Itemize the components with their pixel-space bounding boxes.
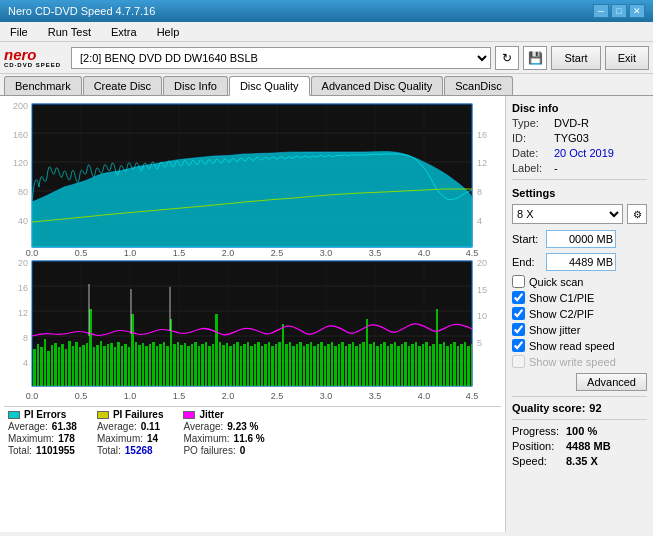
svg-rect-159 (404, 342, 407, 386)
settings-icon-button[interactable]: ⚙ (627, 204, 647, 224)
tab-benchmark[interactable]: Benchmark (4, 76, 82, 95)
quality-score-value: 92 (589, 402, 601, 414)
save-button[interactable]: 💾 (523, 46, 547, 70)
svg-text:20: 20 (18, 259, 28, 268)
show-read-speed-checkbox[interactable] (512, 339, 525, 352)
svg-rect-155 (390, 344, 393, 386)
svg-rect-109 (229, 346, 232, 386)
svg-rect-140 (338, 344, 340, 386)
svg-rect-119 (264, 344, 267, 386)
advanced-button[interactable]: Advanced (576, 373, 647, 391)
svg-rect-116 (254, 344, 256, 386)
svg-rect-133 (313, 346, 316, 386)
side-panel: Disc info Type: DVD-R ID: TYG03 Date: 20… (505, 96, 653, 532)
svg-rect-135 (320, 342, 323, 386)
svg-rect-136 (324, 346, 326, 386)
svg-rect-95 (180, 345, 183, 386)
show-c1-pie-row: Show C1/PIE (512, 291, 647, 304)
show-jitter-checkbox[interactable] (512, 323, 525, 336)
pi-errors-color (8, 411, 20, 419)
start-field-row: Start: (512, 230, 647, 248)
title-bar-text: Nero CD-DVD Speed 4.7.7.16 (8, 5, 155, 17)
tab-create-disc[interactable]: Create Disc (83, 76, 162, 95)
svg-rect-98 (191, 344, 193, 386)
disc-type-row: Type: DVD-R (512, 117, 647, 129)
svg-rect-108 (226, 343, 228, 386)
jitter-color (183, 411, 195, 419)
svg-rect-104 (212, 344, 214, 386)
quick-scan-checkbox[interactable] (512, 275, 525, 288)
speed-label: Speed: (512, 455, 562, 467)
menu-file[interactable]: File (4, 24, 34, 40)
svg-rect-121 (271, 346, 274, 386)
pi-failures-max-row: Maximum: 14 (97, 433, 164, 444)
svg-rect-64 (72, 346, 74, 386)
tab-scandisc[interactable]: ScanDisc (444, 76, 512, 95)
svg-rect-59 (54, 343, 57, 386)
pi-errors-label: PI Errors (8, 409, 77, 420)
progress-divider (512, 419, 647, 420)
close-button[interactable]: ✕ (629, 4, 645, 18)
svg-rect-130 (303, 346, 305, 386)
svg-rect-164 (422, 344, 424, 386)
speed-select[interactable]: 8 X (512, 204, 623, 224)
tab-disc-quality[interactable]: Disc Quality (229, 76, 310, 96)
svg-text:40: 40 (18, 216, 28, 226)
exit-button[interactable]: Exit (605, 46, 649, 70)
svg-rect-100 (198, 346, 200, 386)
tab-disc-info[interactable]: Disc Info (163, 76, 228, 95)
jitter-label: Jitter (183, 409, 264, 420)
drive-select[interactable]: [2:0] BENQ DVD DD DW1640 BSLB (71, 47, 491, 69)
pi-failures-color (97, 411, 109, 419)
svg-rect-137 (327, 344, 330, 386)
show-write-speed-row: Show write speed (512, 355, 647, 368)
svg-text:200: 200 (13, 102, 28, 111)
start-input[interactable] (546, 230, 616, 248)
position-row: Position: 4488 MB (512, 440, 647, 452)
menu-help[interactable]: Help (151, 24, 186, 40)
svg-text:3.0: 3.0 (320, 248, 333, 257)
svg-rect-175 (460, 344, 463, 386)
progress-value: 100 % (566, 425, 597, 437)
svg-text:4: 4 (23, 358, 28, 368)
svg-text:2.5: 2.5 (271, 391, 284, 401)
speed-value: 8.35 X (566, 455, 598, 467)
svg-rect-148 (366, 319, 368, 386)
svg-rect-78 (121, 346, 123, 386)
end-field-row: End: (512, 253, 647, 271)
svg-rect-103 (208, 346, 211, 386)
show-c1-pie-checkbox[interactable] (512, 291, 525, 304)
maximize-button[interactable]: □ (611, 4, 627, 18)
nero-logo: nero CD·DVD SPEED (4, 47, 61, 68)
svg-rect-142 (345, 346, 347, 386)
svg-rect-91 (166, 346, 169, 386)
menu-extra[interactable]: Extra (105, 24, 143, 40)
menu-run-test[interactable]: Run Test (42, 24, 97, 40)
svg-text:160: 160 (13, 130, 28, 140)
minimize-button[interactable]: ─ (593, 4, 609, 18)
progress-label: Progress: (512, 425, 562, 437)
svg-text:80: 80 (18, 187, 28, 197)
top-chart: 200 160 120 80 40 16 12 8 4 0.0 0.5 1.0 … (4, 102, 501, 257)
tab-advanced-disc-quality[interactable]: Advanced Disc Quality (311, 76, 444, 95)
end-input[interactable] (546, 253, 616, 271)
svg-rect-63 (68, 341, 71, 386)
svg-text:4.5: 4.5 (466, 391, 479, 401)
main-content: 200 160 120 80 40 16 12 8 4 0.0 0.5 1.0 … (0, 96, 653, 532)
svg-text:1.5: 1.5 (173, 391, 186, 401)
pi-errors-avg-row: Average: 61.38 (8, 421, 77, 432)
svg-rect-168 (436, 309, 438, 386)
svg-text:5: 5 (477, 338, 482, 348)
svg-rect-161 (411, 344, 414, 386)
svg-rect-101 (201, 344, 204, 386)
refresh-button[interactable]: ↻ (495, 46, 519, 70)
show-jitter-row: Show jitter (512, 323, 647, 336)
disc-label-label: Label: (512, 162, 550, 174)
svg-rect-60 (58, 347, 60, 386)
progress-row: Progress: 100 % (512, 425, 647, 437)
svg-text:4.0: 4.0 (418, 248, 431, 257)
quality-score-label: Quality score: (512, 402, 585, 414)
start-button[interactable]: Start (551, 46, 600, 70)
svg-rect-154 (387, 346, 389, 386)
show-c2-pif-checkbox[interactable] (512, 307, 525, 320)
